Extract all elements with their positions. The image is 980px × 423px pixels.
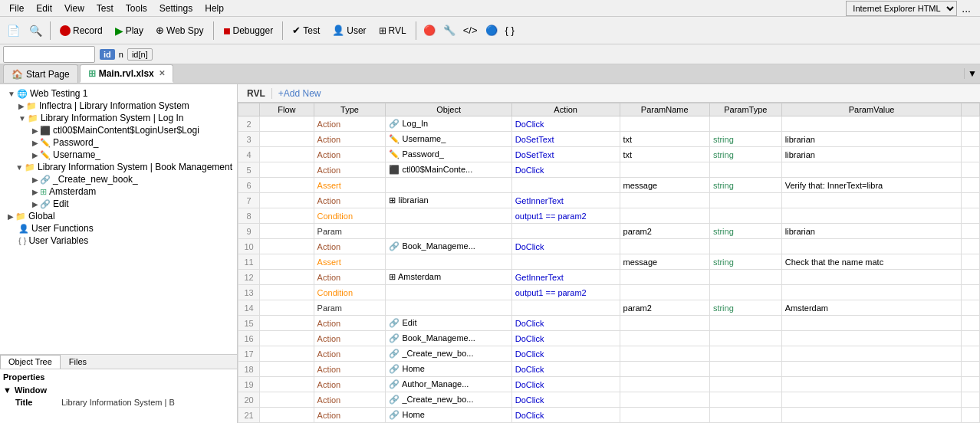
cell-type[interactable]: Action: [314, 331, 386, 346]
cell-type[interactable]: Action: [314, 377, 386, 392]
cell-paramname[interactable]: txt: [620, 147, 709, 162]
search-input[interactable]: [3, 46, 95, 63]
menu-edit[interactable]: Edit: [30, 2, 58, 15]
object-tree-tab[interactable]: Object Tree: [0, 355, 61, 369]
tab-scroll-arrow[interactable]: ▼: [964, 68, 980, 79]
cell-action[interactable]: DoClick: [511, 239, 620, 254]
cell-action[interactable]: DoClick: [511, 346, 620, 362]
cell-paramvalue[interactable]: [781, 362, 962, 377]
cell-flow[interactable]: [260, 178, 314, 193]
cell-flow[interactable]: [260, 331, 314, 346]
cell-action[interactable]: DoSetText: [511, 132, 620, 147]
cell-flow[interactable]: [260, 132, 314, 147]
cell-paramvalue[interactable]: [781, 346, 962, 362]
table-row[interactable]: 5 Action ⬛ ctl00$MainConte... DoClick: [238, 162, 980, 178]
cell-object[interactable]: 🔗 Edit: [386, 316, 511, 331]
extra-btn5[interactable]: { }: [502, 22, 518, 38]
table-row[interactable]: 19 Action 🔗 Author_Manage... DoClick: [238, 377, 980, 392]
cell-paramtype[interactable]: string: [709, 300, 781, 316]
cell-action[interactable]: [511, 254, 620, 270]
table-row[interactable]: 21 Action 🔗 Home DoClick: [238, 408, 980, 423]
cell-action[interactable]: [511, 178, 620, 193]
menu-settings[interactable]: Settings: [153, 2, 199, 15]
extra-btn2[interactable]: 🔧: [440, 22, 459, 38]
cell-paramvalue[interactable]: [781, 270, 962, 285]
cell-action[interactable]: output1 == param2: [511, 208, 620, 224]
cell-paramtype[interactable]: [709, 331, 781, 346]
cell-paramvalue[interactable]: [781, 162, 962, 178]
menu-help[interactable]: Help: [199, 2, 230, 15]
cell-action[interactable]: GetInnerText: [511, 270, 620, 285]
cell-action[interactable]: DoClick: [511, 392, 620, 408]
cell-action[interactable]: [511, 224, 620, 239]
cell-paramtype[interactable]: [709, 392, 781, 408]
cell-paramname[interactable]: [620, 193, 709, 208]
cell-type[interactable]: Assert: [314, 254, 386, 270]
user-btn[interactable]: 👤 User: [327, 22, 371, 38]
tree-item-lib-login[interactable]: ▼ 📁 Library Information System | Log In: [3, 112, 234, 124]
cell-paramvalue[interactable]: [781, 316, 962, 331]
add-new-btn[interactable]: +Add New: [275, 88, 324, 99]
cell-action[interactable]: [511, 300, 620, 316]
extra-btn1[interactable]: 🔴: [420, 22, 439, 38]
cell-paramname[interactable]: message: [620, 254, 709, 270]
cell-flow[interactable]: [260, 362, 314, 377]
cell-type[interactable]: Action: [314, 408, 386, 423]
table-row[interactable]: 3 Action ✏️ Username_ DoSetText txt stri…: [238, 132, 980, 147]
tree-item-inflectra[interactable]: ▶ 📁 Inflectra | Library Information Syst…: [3, 100, 234, 112]
cell-type[interactable]: Condition: [314, 208, 386, 224]
table-row[interactable]: 9 Param param2 string librarian: [238, 224, 980, 239]
search-toolbar-btn[interactable]: 🔍: [25, 22, 46, 39]
tree-item-amsterdam[interactable]: ▶ ⊞ Amsterdam: [3, 185, 234, 198]
cell-flow[interactable]: [260, 300, 314, 316]
start-page-tab[interactable]: 🏠 Start Page: [3, 64, 78, 83]
table-row[interactable]: 18 Action 🔗 Home DoClick: [238, 362, 980, 377]
cell-type[interactable]: Action: [314, 147, 386, 162]
tree-item-ctl00[interactable]: ▶ ⬛ ctl00$MainContent$LoginUser$Logi: [3, 124, 234, 136]
table-row[interactable]: 14 Param param2 string Amsterdam: [238, 300, 980, 316]
table-row[interactable]: 13 Condition output1 == param2: [238, 285, 980, 300]
cell-object[interactable]: 🔗 _Create_new_bo...: [386, 392, 511, 408]
cell-type[interactable]: Action: [314, 116, 386, 132]
cell-type[interactable]: Action: [314, 270, 386, 285]
cell-paramname[interactable]: message: [620, 178, 709, 193]
cell-flow[interactable]: [260, 208, 314, 224]
cell-object[interactable]: 🔗 Author_Manage...: [386, 377, 511, 392]
cell-paramvalue[interactable]: librarian: [781, 224, 962, 239]
cell-paramvalue[interactable]: Check that the name matc: [781, 254, 962, 270]
rvl-btn[interactable]: ⊞ RVL: [373, 23, 412, 38]
cell-paramname[interactable]: param2: [620, 224, 709, 239]
cell-paramtype[interactable]: [709, 116, 781, 132]
table-row[interactable]: 2 Action 🔗 Log_In DoClick: [238, 116, 980, 132]
cell-paramname[interactable]: [620, 346, 709, 362]
cell-paramname[interactable]: [620, 285, 709, 300]
menu-view[interactable]: View: [58, 2, 90, 15]
cell-object[interactable]: 🔗 Home: [386, 362, 511, 377]
cell-paramtype[interactable]: string: [709, 178, 781, 193]
table-row[interactable]: 17 Action 🔗 _Create_new_bo... DoClick: [238, 346, 980, 362]
cell-type[interactable]: Action: [314, 316, 386, 331]
web-spy-btn[interactable]: ⊕ Web Spy: [150, 22, 209, 38]
cell-paramvalue[interactable]: [781, 239, 962, 254]
debugger-btn[interactable]: ◼ Debugger: [218, 23, 279, 38]
cell-paramname[interactable]: txt: [620, 132, 709, 147]
cell-paramvalue[interactable]: Amsterdam: [781, 300, 962, 316]
cell-type[interactable]: Action: [314, 162, 386, 178]
cell-paramvalue[interactable]: librarian: [781, 147, 962, 162]
cell-flow[interactable]: [260, 239, 314, 254]
cell-type[interactable]: Assert: [314, 178, 386, 193]
cell-paramtype[interactable]: [709, 285, 781, 300]
cell-paramvalue[interactable]: librarian: [781, 132, 962, 147]
tree-item-global[interactable]: ▶ 📁 Global: [3, 210, 234, 222]
cell-flow[interactable]: [260, 162, 314, 178]
cell-paramname[interactable]: [620, 408, 709, 423]
cell-paramvalue[interactable]: [781, 377, 962, 392]
cell-object[interactable]: [386, 178, 511, 193]
cell-paramtype[interactable]: [709, 316, 781, 331]
tree-item-lib-book[interactable]: ▼ 📁 Library Information System | Book Ma…: [3, 161, 234, 173]
cell-type[interactable]: Param: [314, 224, 386, 239]
cell-action[interactable]: DoSetText: [511, 147, 620, 162]
cell-action[interactable]: output1 == param2: [511, 285, 620, 300]
cell-paramname[interactable]: [620, 208, 709, 224]
cell-object[interactable]: [386, 254, 511, 270]
